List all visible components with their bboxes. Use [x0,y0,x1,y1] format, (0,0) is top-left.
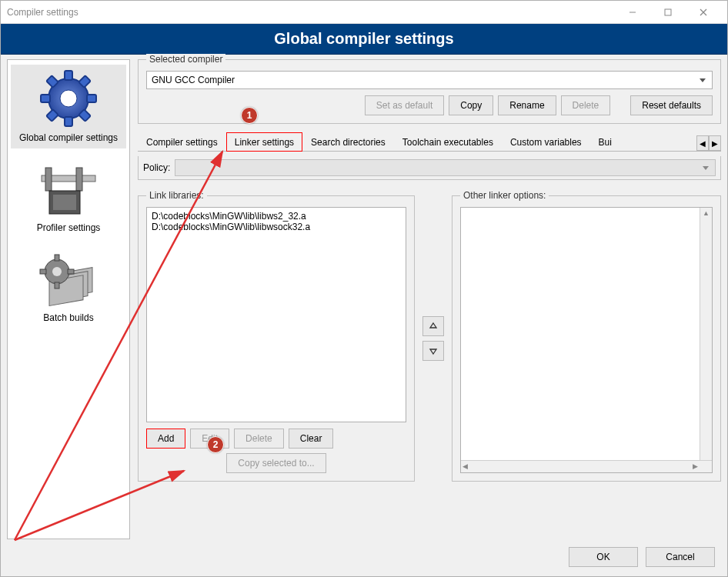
compiler-dropdown[interactable]: GNU GCC Compiler [146,71,713,89]
group-legend: Other linker options: [460,190,549,201]
ok-button[interactable]: OK [569,547,638,567]
tab-scroll-right[interactable]: ▶ [709,135,721,151]
compiler-button-row: Set as default Copy Rename Delete Reset … [146,95,713,115]
rename-button[interactable]: Rename [498,95,556,115]
titlebar: Compiler settings [1,1,727,24]
tab-scroll: ◀ ▶ [696,135,721,151]
svg-rect-1 [665,9,671,15]
tabbar: Compiler settings Linker settings Search… [138,132,721,152]
sidebar-item-label: Profiler settings [37,222,101,234]
list-item[interactable]: D:\codeblocks\MinGW\lib\libwsock32.a [152,222,401,232]
group-legend: Selected compiler [146,54,225,65]
tab-toolchain-executables[interactable]: Toolchain executables [394,132,502,151]
reorder-buttons [422,316,444,361]
window-title: Compiler settings [7,7,615,18]
annotation-badge-2: 2 [207,436,224,453]
main-row: Global compiler settings Profiler settin… [7,59,721,539]
svg-rect-15 [45,168,52,191]
cancel-button[interactable]: Cancel [646,547,715,567]
close-button[interactable] [686,1,721,24]
scrollbar-horizontal[interactable] [461,460,712,472]
tab-compiler-settings[interactable]: Compiler settings [138,132,226,151]
svg-rect-18 [53,195,76,210]
lib-button-row: Add Edit Delete Clear [146,429,406,449]
window-controls [615,1,721,24]
group-legend: Link libraries: [146,190,207,201]
tab-custom-variables[interactable]: Custom variables [502,132,590,151]
svg-rect-16 [76,168,82,191]
svg-rect-26 [40,269,46,274]
svg-rect-24 [55,255,59,261]
other-linker-group: Other linker options: [452,195,721,482]
caliper-icon [30,158,107,219]
reset-defaults-button[interactable]: Reset defaults [630,95,713,115]
policy-dropdown[interactable] [175,159,716,176]
svg-rect-25 [55,282,59,288]
policy-label: Policy: [143,162,170,173]
sidebar-item-label: Global compiler settings [19,132,118,144]
svg-rect-7 [65,117,72,126]
tab-scroll-left[interactable]: ◀ [696,135,709,151]
tab-build-options[interactable]: Bui [590,132,620,151]
sidebar-item-label: Batch builds [43,312,93,324]
selected-compiler-group: Selected compiler GNU GCC Compiler Set a… [138,59,721,124]
sidebar-item-global-compiler[interactable]: Global compiler settings [11,65,126,148]
link-libraries-group: Link libraries: D:\codeblocks\MinGW\lib\… [138,195,415,482]
move-down-button[interactable] [422,341,444,361]
svg-point-23 [52,267,62,276]
list-item[interactable]: D:\codeblocks\MinGW\lib\libws2_32.a [152,211,401,222]
add-button[interactable]: Add [146,429,185,449]
svg-rect-6 [65,71,72,80]
content-area: Selected compiler GNU GCC Compiler Set a… [138,59,721,539]
svg-rect-27 [68,269,74,274]
sidebar: Global compiler settings Profiler settin… [7,59,130,539]
batch-gear-icon [30,248,107,309]
lib-button-row2: Copy selected to... [146,453,406,473]
sidebar-item-batch[interactable]: Batch builds [11,245,126,329]
tab-linker-settings[interactable]: Linker settings [226,132,302,152]
set-default-button[interactable]: Set as default [365,95,444,115]
delete-button[interactable]: Delete [561,95,611,115]
banner-title: Global compiler settings [1,24,727,55]
linker-area: Link libraries: D:\codeblocks\MinGW\lib\… [138,195,721,482]
svg-rect-8 [41,95,50,102]
footer: OK Cancel [7,539,721,570]
dropdown-value: GNU GCC Compiler [152,75,235,85]
maximize-button[interactable] [650,1,686,24]
policy-row: Policy: [138,156,721,180]
compiler-settings-window: Compiler settings Global compiler settin… [0,0,728,577]
body-area: Global compiler settings Profiler settin… [1,55,727,576]
delete-lib-button[interactable]: Delete [234,429,284,449]
gear-icon [30,68,107,129]
annotation-badge-1: 1 [241,107,258,124]
svg-point-5 [60,90,77,107]
copy-button[interactable]: Copy [449,95,493,115]
tab-search-directories[interactable]: Search directories [302,132,394,151]
clear-button[interactable]: Clear [289,429,334,449]
move-up-button[interactable] [422,316,444,336]
copy-selected-button[interactable]: Copy selected to... [226,453,326,473]
other-linker-textarea[interactable] [460,207,713,473]
minimize-button[interactable] [615,1,650,24]
scrollbar-vertical[interactable] [700,208,712,460]
svg-rect-9 [87,95,96,102]
link-libraries-listbox[interactable]: D:\codeblocks\MinGW\lib\libws2_32.aD:\co… [146,207,406,422]
sidebar-item-profiler[interactable]: Profiler settings [11,155,126,238]
